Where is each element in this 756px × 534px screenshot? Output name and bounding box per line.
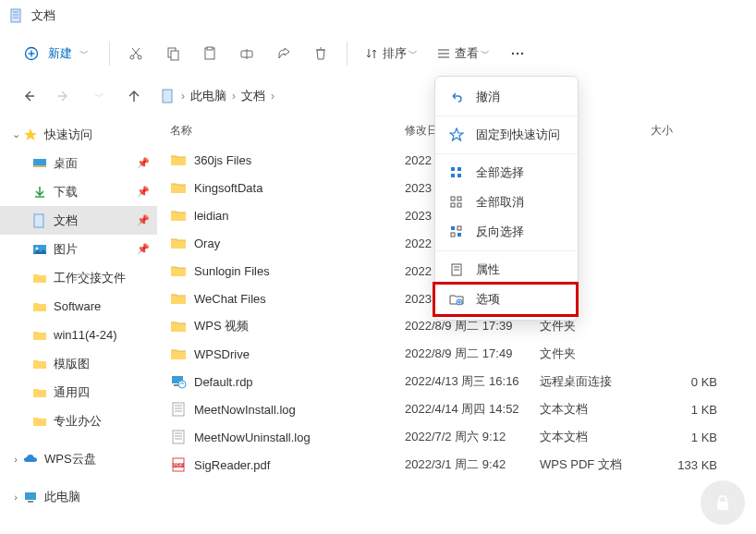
rename-button[interactable] xyxy=(230,37,263,70)
properties-icon xyxy=(448,261,465,278)
view-button[interactable]: 查看 ﹀ xyxy=(429,37,497,70)
sidebar-office[interactable]: 专业办公 xyxy=(0,407,157,435)
file-type: 文件夹 xyxy=(540,346,651,362)
new-button[interactable]: 新建 ﹀ xyxy=(13,37,100,70)
column-size[interactable]: 大小 xyxy=(651,123,725,139)
sidebar-label: WPS云盘 xyxy=(44,451,96,467)
file-name: KingsoftData xyxy=(194,181,405,195)
svg-rect-26 xyxy=(33,165,46,167)
pc-icon xyxy=(22,489,39,505)
svg-marker-24 xyxy=(24,128,37,140)
file-type: WPS PDF 文档 xyxy=(540,456,651,473)
document-icon xyxy=(9,8,24,23)
sidebar-label: 模版图 xyxy=(54,356,90,372)
sidebar-software[interactable]: Software xyxy=(0,292,157,321)
file-size: 1 KB xyxy=(651,403,725,417)
paste-button[interactable] xyxy=(193,37,226,70)
file-row[interactable]: MeetNowUninstall.log2022/7/2 周六 9:12文本文档… xyxy=(157,423,756,451)
column-name[interactable]: 名称 xyxy=(170,123,405,139)
menu-label: 全部取消 xyxy=(476,194,524,211)
sidebar-downloads[interactable]: 下载 📌 xyxy=(0,177,157,206)
cut-button[interactable] xyxy=(119,37,152,70)
svg-rect-50 xyxy=(457,174,461,177)
svg-rect-0 xyxy=(11,9,20,22)
svg-rect-53 xyxy=(451,203,455,207)
sidebar-label: 桌面 xyxy=(54,155,78,172)
svg-text:PDF: PDF xyxy=(174,462,183,467)
menu-select-all[interactable]: 全部选择 xyxy=(435,158,578,188)
sidebar-desktop[interactable]: 桌面 📌 xyxy=(0,149,157,177)
chevron-down-icon: ﹀ xyxy=(408,47,418,60)
breadcrumb-root[interactable]: 此电脑 xyxy=(190,88,226,104)
svg-rect-54 xyxy=(457,203,461,207)
menu-undo[interactable]: 撤消 xyxy=(435,82,578,112)
ellipsis-icon xyxy=(509,45,526,62)
svg-rect-58 xyxy=(457,233,461,237)
more-button[interactable] xyxy=(501,37,534,70)
svg-rect-39 xyxy=(173,431,184,443)
menu-options[interactable]: 选项 xyxy=(435,285,578,314)
breadcrumb-current[interactable]: 文档 xyxy=(241,88,265,104)
sidebar-label: 文档 xyxy=(54,212,78,229)
menu-deselect-all[interactable]: 全部取消 xyxy=(435,188,578,217)
delete-button[interactable] xyxy=(304,37,337,70)
forward-button[interactable] xyxy=(48,80,79,112)
back-button[interactable] xyxy=(13,80,44,112)
sort-button[interactable]: 排序 ﹀ xyxy=(357,37,425,70)
svg-marker-46 xyxy=(450,128,463,140)
menu-label: 固定到快速访问 xyxy=(476,127,560,143)
svg-point-29 xyxy=(36,247,39,249)
file-row[interactable]: Default.rdp2022/4/13 周三 16:16远程桌面连接0 KB xyxy=(157,368,756,395)
deselect-all-icon xyxy=(448,194,465,211)
text-icon xyxy=(170,429,187,445)
sidebar-quick-access[interactable]: ⌄ 快速访问 xyxy=(0,120,157,149)
share-button[interactable] xyxy=(267,37,300,70)
file-row[interactable]: MeetNowInstall.log2022/4/14 周四 14:52文本文档… xyxy=(157,395,756,423)
star-icon xyxy=(22,127,39,143)
sidebar-template[interactable]: 模版图 xyxy=(0,349,157,378)
file-date: 2022/7/2 周六 9:12 xyxy=(405,429,540,445)
menu-properties[interactable]: 属性 xyxy=(435,255,578,285)
chevron-down-icon: ﹀ xyxy=(94,90,104,103)
file-type: 远程桌面连接 xyxy=(540,373,651,390)
file-size: 0 KB xyxy=(651,375,725,389)
sidebar-wps-cloud[interactable]: › WPS云盘 xyxy=(0,444,157,473)
menu-invert-selection[interactable]: 反向选择 xyxy=(435,217,578,247)
folder-icon xyxy=(170,290,187,307)
sidebar-win11[interactable]: win11(4-24) xyxy=(0,321,157,349)
sidebar-common[interactable]: 通用四 xyxy=(0,378,157,407)
sidebar-pictures[interactable]: 图片 📌 xyxy=(0,235,157,263)
select-all-icon xyxy=(448,164,465,181)
svg-line-9 xyxy=(133,48,140,56)
svg-point-22 xyxy=(521,53,523,55)
sort-label: 排序 xyxy=(383,45,407,62)
sidebar-this-pc[interactable]: › 此电脑 xyxy=(0,482,157,511)
folder-icon xyxy=(170,318,187,334)
plus-circle-icon xyxy=(24,46,39,61)
folder-icon xyxy=(31,298,48,315)
folder-icon xyxy=(31,327,48,344)
sidebar-label: Software xyxy=(54,299,101,313)
desktop-icon xyxy=(31,155,48,172)
file-row[interactable]: PDFSigReader.pdf2022/3/1 周二 9:42WPS PDF … xyxy=(157,451,756,479)
menu-pin[interactable]: 固定到快速访问 xyxy=(435,120,578,150)
sidebar-label: 下载 xyxy=(54,184,78,200)
folder-icon xyxy=(31,356,48,372)
svg-rect-47 xyxy=(451,167,455,171)
svg-rect-23 xyxy=(163,90,172,103)
folder-icon xyxy=(170,207,187,224)
file-row[interactable]: WPSDrive2022/8/9 周二 17:49文件夹 xyxy=(157,340,756,368)
rename-icon xyxy=(238,45,255,62)
arrow-left-icon xyxy=(21,89,36,103)
sidebar-work[interactable]: 工作交接文件 xyxy=(0,263,157,292)
invert-icon xyxy=(448,224,465,240)
sidebar-documents[interactable]: 文档 📌 xyxy=(0,206,157,235)
text-icon xyxy=(170,401,187,418)
svg-rect-12 xyxy=(171,51,178,60)
file-name: leidian xyxy=(194,209,405,223)
folder-icon xyxy=(31,270,48,286)
copy-button[interactable] xyxy=(156,37,189,70)
up-button[interactable] xyxy=(118,80,150,112)
recent-button[interactable]: ﹀ xyxy=(83,80,115,112)
separator xyxy=(435,250,578,251)
